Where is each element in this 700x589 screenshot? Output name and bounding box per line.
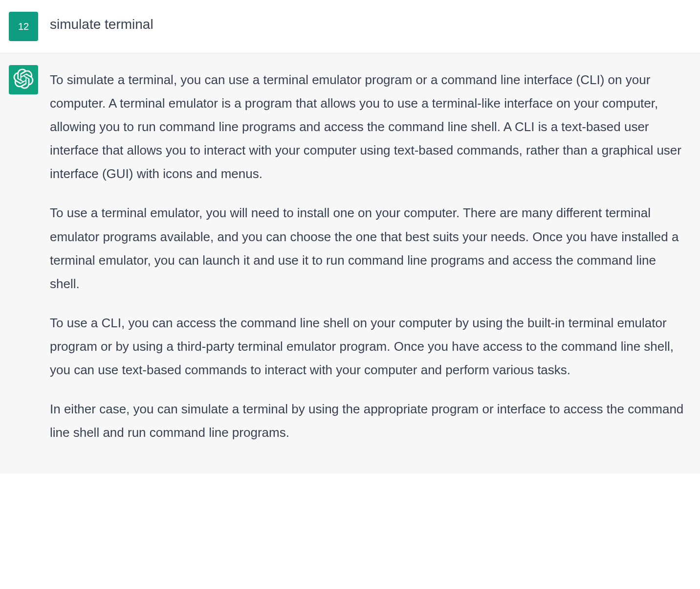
user-message-content: simulate terminal — [50, 12, 691, 34]
user-message-row: 12 simulate terminal — [0, 0, 700, 53]
assistant-paragraph: In either case, you can simulate a termi… — [50, 397, 686, 444]
assistant-paragraph: To use a CLI, you can access the command… — [50, 311, 686, 382]
user-avatar-label: 12 — [18, 21, 29, 32]
assistant-message-row: To simulate a terminal, you can use a te… — [0, 53, 700, 474]
assistant-paragraph: To simulate a terminal, you can use a te… — [50, 68, 686, 185]
user-message-text: simulate terminal — [50, 15, 686, 34]
openai-logo-icon — [13, 68, 34, 91]
assistant-avatar — [9, 65, 38, 94]
user-avatar: 12 — [9, 12, 38, 41]
assistant-message-content: To simulate a terminal, you can use a te… — [50, 65, 691, 444]
assistant-paragraph: To use a terminal emulator, you will nee… — [50, 201, 686, 295]
